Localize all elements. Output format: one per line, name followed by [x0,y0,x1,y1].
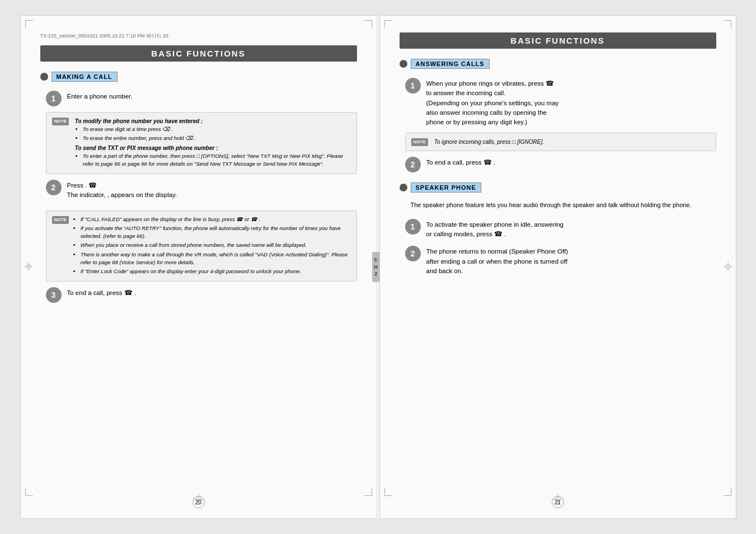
section-answering-calls-label: ANSWERING CALLS [411,59,490,69]
speaker-intro: The speaker phone feature lets you hear … [411,200,716,210]
side-crosshair-left [24,262,33,272]
step-1-num: 1 [46,91,62,106]
step-1-text: Enter a phone number. [67,90,133,101]
step-3-text: To end a call, press ☎ . [67,286,137,298]
speaker-step-2-num: 2 [405,246,421,261]
left-step-1: 1 Enter a phone number. [46,90,357,106]
speaker-step-1: 1 To activate the speaker phone in idle,… [405,218,716,240]
note-label-2: NOTE [52,216,69,224]
right-step-1-num: 1 [405,78,421,93]
section-dot-speaker [400,184,407,191]
speaker-step-2: 2 The phone returns to normal (Speaker P… [405,245,716,276]
right-step-1-text: When your phone rings or vibrates, press… [426,77,559,127]
speaker-step-1-num: 1 [405,219,421,235]
doc-header: TX-215_verizon_0501021 2005.10.21 7:10 P… [40,32,357,40]
bottom-crosshair-right [552,494,564,506]
note-label-1: NOTE [52,118,69,125]
step-2-text: Press . ☎ The indicator, , appears on th… [67,179,177,200]
right-note-label-1: NOTE [411,138,428,146]
right-step-2: 2 To end a call, press ☎ . [405,156,716,172]
left-step-2: 2 Press . ☎ The indicator, , appears on … [46,179,357,200]
right-note-box-1: NOTE To ignore incoming calls, press □ [… [405,133,716,151]
side-crosshair-right [724,262,732,272]
ch-tab-right: CH2 [372,252,381,282]
section-dot [40,73,48,81]
bottom-crosshair-left [193,494,204,506]
right-step-1: 1 When your phone rings or vibrates, pre… [405,77,716,127]
section-dot-right [400,60,407,68]
section-speaker-phone-label: SPEAKER PHONE [411,182,481,193]
right-note-content-1: To ignore incoming calls, press □ [IGNOR… [434,138,544,146]
note-box-2: NOTE If "CALL FAILED" appears on the dis… [46,210,357,282]
left-step-3: 3 To end a call, press ☎ . [46,286,357,303]
right-step-2-num: 2 [405,157,421,172]
section-making-a-call-label: MAKING A CALL [51,72,118,82]
right-step-2-text: To end a call, press ☎ . [426,156,496,167]
speaker-step-1-text: To activate the speaker phone in idle, a… [426,218,564,240]
left-page-header: BASIC FUNCTIONS [40,45,357,62]
note-box-1: NOTE To modify the phone number you have… [46,112,357,174]
right-page-header: BASIC FUNCTIONS [400,32,716,49]
step-2-num: 2 [46,180,62,195]
step-3-num: 3 [46,287,62,303]
note-content-2: If "CALL FAILED" appears on the display … [75,216,351,277]
speaker-step-2-text: The phone returns to normal (Speaker Pho… [426,245,569,276]
note-content-1: To modify the phone number you have ente… [75,117,351,169]
